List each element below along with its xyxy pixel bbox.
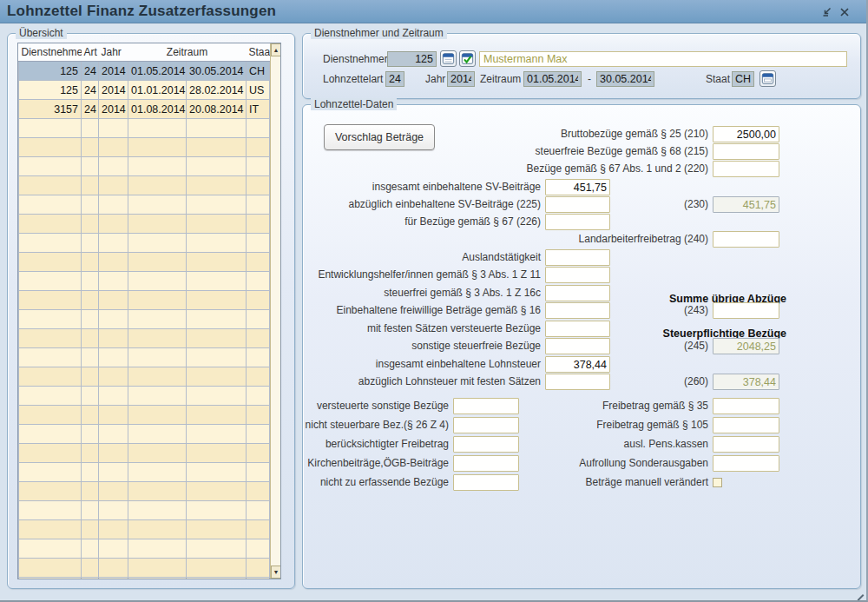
table-row-empty[interactable] xyxy=(19,463,270,482)
table-row-empty[interactable] xyxy=(19,348,270,367)
table-row-empty[interactable] xyxy=(19,195,270,215)
employee-confirm-icon[interactable] xyxy=(459,50,476,67)
f245-field xyxy=(713,338,779,354)
staat-field[interactable] xyxy=(732,71,754,87)
f243-field[interactable] xyxy=(713,302,779,319)
kirchenbeitraege-field[interactable] xyxy=(453,455,519,472)
scroll-up-icon[interactable]: ▲ xyxy=(271,43,281,56)
minimize-restore-icon[interactable] xyxy=(820,5,833,18)
dienstnehmer-label: Dienstnehmer xyxy=(323,51,388,67)
table-row-empty[interactable] xyxy=(19,272,270,291)
table-row-empty[interactable] xyxy=(19,406,270,425)
jahr-label: Jahr xyxy=(425,71,445,87)
table-row-empty[interactable] xyxy=(19,367,270,387)
window-title: Lohnzettel Finanz Zusatzerfassungen xyxy=(7,3,276,20)
f240-label: Landarbeiterfreibetrag (240) xyxy=(579,231,708,248)
scroll-down-icon[interactable]: ▼ xyxy=(271,566,281,579)
employee-name-field[interactable] xyxy=(479,51,847,67)
manuell-checkbox[interactable] xyxy=(713,478,722,487)
f230-field xyxy=(713,196,779,213)
manuell-label: Beträge manuell verändert xyxy=(586,474,708,491)
table-row-empty[interactable] xyxy=(19,387,270,406)
table-row-selected[interactable]: 125 24 2014 01.05.2014 30.05.2014 CH xyxy=(19,62,270,81)
table-row-empty[interactable] xyxy=(19,329,270,348)
dienstnehmer-field[interactable] xyxy=(387,51,437,67)
resize-grip[interactable] xyxy=(858,594,865,601)
table-row-empty[interactable] xyxy=(19,176,270,195)
table-row-empty[interactable] xyxy=(19,119,270,138)
nicht-steuerbar-field[interactable] xyxy=(453,417,519,433)
table-row-empty[interactable] xyxy=(19,578,270,580)
entwicklungshelfer-field[interactable] xyxy=(545,267,610,283)
table-row[interactable]: 125 24 2014 01.01.2014 28.02.2014 US xyxy=(19,81,270,100)
lohnzettelart-field[interactable] xyxy=(385,71,404,87)
f260-label: (260) xyxy=(684,374,708,390)
col-dienstnehmer: Dienstnehmer xyxy=(19,43,82,62)
f226-field[interactable] xyxy=(545,214,610,230)
table-row-empty[interactable] xyxy=(19,234,270,253)
table-row[interactable]: 3157 24 2014 01.08.2014 20.08.2014 IT xyxy=(19,100,270,119)
penskassen-label: ausl. Pens.kassen xyxy=(624,436,708,453)
sv-total-field[interactable] xyxy=(545,179,610,195)
table-row-empty[interactable] xyxy=(19,482,270,501)
abz-lst-field[interactable] xyxy=(545,374,610,390)
vorschlag-betraege-button[interactable]: Vorschlag Beträge xyxy=(324,124,435,150)
table-row-empty[interactable] xyxy=(19,539,270,559)
table-row-empty[interactable] xyxy=(19,215,270,234)
table-row-empty[interactable] xyxy=(19,157,270,176)
overview-table-body: 125 24 2014 01.05.2014 30.05.2014 CH 125… xyxy=(19,62,270,580)
ausland-field[interactable] xyxy=(545,249,610,266)
verst-sonstige-label: versteuerte sonstige Bezüge xyxy=(317,398,449,414)
sonstige-frei-label: sonstige steuerfreie Bezüge xyxy=(411,338,541,354)
f105-field[interactable] xyxy=(713,417,779,433)
col-jahr: Jahr xyxy=(99,43,128,62)
table-row-empty[interactable] xyxy=(19,425,270,444)
berueck-freibetrag-field[interactable] xyxy=(453,436,519,453)
aufrollung-field[interactable] xyxy=(713,455,779,472)
f240-field[interactable] xyxy=(713,231,779,248)
table-row-empty[interactable] xyxy=(19,253,270,272)
f215-label: steuerfreie Bezüge gemäß § 68 (215) xyxy=(536,143,708,160)
kirchenbeitraege-label: Kirchenbeiträge,ÖGB-Beiträge xyxy=(307,455,449,472)
f215-field[interactable] xyxy=(713,143,779,160)
table-header-row: Dienstnehmer Art Jahr Zeitraum Staat xyxy=(19,43,270,62)
f210-field[interactable] xyxy=(713,126,779,142)
overview-group: Übersicht Dienstnehmer Art Jahr Zeitraum… xyxy=(7,33,295,589)
z16c-field[interactable] xyxy=(545,285,610,301)
table-row-empty[interactable] xyxy=(19,501,270,520)
staat-lookup-icon[interactable] xyxy=(760,70,776,87)
table-row-empty[interactable] xyxy=(19,310,270,329)
zeitraum-von-field[interactable] xyxy=(523,71,582,87)
table-row-empty[interactable] xyxy=(19,138,270,157)
penskassen-field[interactable] xyxy=(713,436,779,453)
aufrollung-label: Aufrollung Sonderausgaben xyxy=(579,455,708,472)
freiwillige16-field[interactable] xyxy=(545,302,610,319)
lst-total-field[interactable] xyxy=(545,356,610,373)
sonstige-frei-field[interactable] xyxy=(545,338,610,354)
col-staat: Staat xyxy=(247,43,270,62)
f210-label: Bruttobezüge gemäß § 25 (210) xyxy=(561,126,708,142)
table-row-empty[interactable] xyxy=(19,520,270,539)
col-zeitraum: Zeitraum xyxy=(128,43,247,62)
nicht-steuerbar-label: nicht steuerbare Bez.(§ 26 Z 4) xyxy=(306,417,449,433)
table-row-empty[interactable] xyxy=(19,444,270,463)
verst-sonstige-field[interactable] xyxy=(453,398,519,414)
f220-field[interactable] xyxy=(713,161,779,177)
table-row-empty[interactable] xyxy=(19,291,270,310)
feste-saetze-field[interactable] xyxy=(545,321,610,337)
employee-lookup-icon[interactable] xyxy=(440,50,457,67)
nicht-erfassen-field[interactable] xyxy=(453,474,519,491)
table-scrollbar[interactable]: ▲ ▼ xyxy=(270,43,281,579)
employee-period-group: Dienstnehmer und Zeitraum Dienstnehmer L… xyxy=(302,33,861,99)
f35-label: Freibetrag gemäß § 35 xyxy=(602,398,708,414)
overview-legend: Übersicht xyxy=(16,27,67,39)
ausland-label: Auslandstätigkeit xyxy=(462,249,541,266)
table-row-empty[interactable] xyxy=(19,559,270,578)
f35-field[interactable] xyxy=(713,398,779,414)
close-icon[interactable] xyxy=(838,5,851,18)
app-window: Lohnzettel Finanz Zusatzerfassungen Über… xyxy=(0,0,868,602)
jahr-field[interactable] xyxy=(447,71,475,87)
zeitraum-bis-field[interactable] xyxy=(596,71,654,87)
lohnzettelart-label: Lohnzettelart xyxy=(323,71,383,87)
f225-field[interactable] xyxy=(545,196,610,213)
